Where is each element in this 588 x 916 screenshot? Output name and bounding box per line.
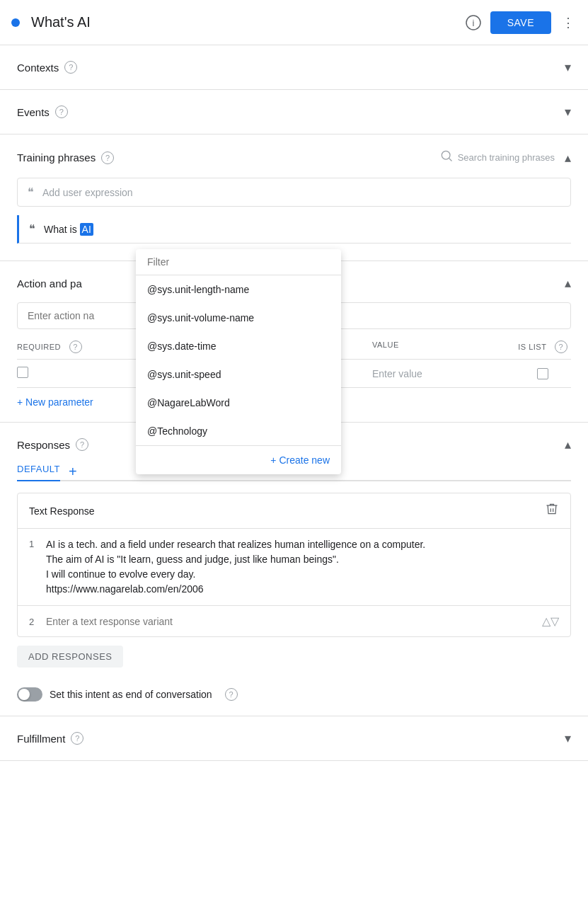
text-response-header: Text Response [18, 493, 570, 529]
response-text-1[interactable]: AI is a tech. and a field under research… [46, 537, 559, 597]
fulfillment-help-icon[interactable]: ? [71, 732, 83, 745]
search-icon[interactable] [439, 149, 454, 166]
response-number-1: 1 [29, 537, 46, 549]
contexts-section: Contexts ? ▾ [0, 45, 588, 90]
delete-icon[interactable] [545, 502, 559, 520]
svg-line-3 [449, 159, 451, 161]
islist-help-icon[interactable]: ? [555, 340, 567, 353]
contexts-section-header[interactable]: Contexts ? ▾ [0, 45, 588, 89]
add-tab-button[interactable]: + [69, 464, 77, 480]
phrase-row-container: ❝ What is AI @sys.unit-length-name @sys.… [17, 215, 571, 244]
value-col-header: VALUE [372, 340, 514, 353]
islist-col-header: IS LIST ? [514, 340, 571, 353]
contexts-title: Contexts [17, 62, 59, 74]
response-number-2: 2 [29, 615, 46, 627]
training-phrases-section: Training phrases ? Search training phras… [0, 134, 588, 261]
app-header: What's AI i SAVE ⋮ [0, 0, 588, 45]
dropdown-filter-area [136, 249, 341, 275]
training-phrases-help-icon[interactable]: ? [101, 151, 114, 164]
dropdown-item[interactable]: @sys.unit-length-name [136, 275, 341, 304]
search-placeholder-text: Search training phrases [458, 152, 555, 163]
quote-icon: ❝ [28, 185, 34, 199]
dropdown-item[interactable]: @NagareLabWord [136, 389, 341, 417]
tab-default[interactable]: DEFAULT [17, 464, 60, 481]
header-actions: i SAVE ⋮ [465, 11, 577, 34]
fulfillment-chevron-icon: ▾ [565, 731, 571, 746]
dropdown-filter-input[interactable] [147, 256, 330, 268]
phrase-text: What is AI [44, 224, 93, 235]
value-input[interactable]: Enter value [372, 368, 422, 379]
fulfillment-section-header[interactable]: Fulfillment ? ▾ [0, 716, 588, 760]
islist-checkbox[interactable] [537, 368, 548, 379]
dropdown-item[interactable]: @sys.date-time [136, 332, 341, 360]
events-section: Events ? ▾ [0, 90, 588, 134]
svg-point-2 [442, 151, 450, 159]
entity-dropdown: @sys.unit-length-name @sys.unit-volume-n… [136, 249, 341, 474]
dropdown-list: @sys.unit-length-name @sys.unit-volume-n… [136, 275, 341, 445]
add-expression-placeholder: Add user expression [42, 187, 133, 198]
search-training-area: Search training phrases ▴ [439, 149, 571, 166]
save-button[interactable]: SAVE [490, 11, 551, 34]
response-row-2: 2 △▽ [18, 606, 570, 636]
required-col-header: REQUIRED ? [17, 340, 88, 353]
events-section-header[interactable]: Events ? ▾ [0, 90, 588, 134]
contexts-chevron-icon: ▾ [565, 59, 571, 75]
end-conversation-toggle[interactable] [17, 687, 42, 702]
add-responses-button[interactable]: ADD RESPONSES [17, 646, 123, 668]
page-title: What's AI [31, 14, 465, 30]
events-title: Events [17, 106, 50, 118]
events-chevron-icon: ▾ [565, 104, 571, 120]
phrase-row[interactable]: ❝ What is AI [17, 215, 571, 244]
required-checkbox-cell [17, 367, 88, 380]
end-conversation-row: Set this intent as end of conversation ? [17, 687, 571, 702]
phrase-quote-icon: ❝ [29, 222, 35, 236]
new-parameter-button[interactable]: + New parameter [17, 396, 93, 408]
action-chevron-up-icon: ▴ [565, 275, 571, 291]
required-help-icon[interactable]: ? [69, 340, 82, 353]
end-conversation-help-icon[interactable]: ? [225, 688, 238, 701]
dropdown-item[interactable]: @sys.unit-speed [136, 360, 341, 389]
responses-title: Responses [17, 439, 70, 451]
text-response-title: Text Response [29, 505, 95, 517]
end-conversation-label: Set this intent as end of conversation [50, 689, 212, 700]
dropdown-item[interactable]: @sys.unit-volume-name [136, 304, 341, 332]
response-input-2[interactable] [46, 616, 542, 627]
responses-chevron-up-icon: ▴ [565, 437, 571, 452]
fulfillment-title: Fulfillment [17, 733, 65, 745]
training-phrases-header: Training phrases ? Search training phras… [0, 134, 588, 178]
fulfillment-section: Fulfillment ? ▾ [0, 716, 588, 761]
phrase-highlight: AI [80, 223, 93, 236]
dropdown-item[interactable]: @Technology [136, 417, 341, 445]
create-new-entity-button[interactable]: + Create new [136, 445, 341, 474]
add-expression-input[interactable]: ❝ Add user expression [17, 178, 571, 207]
response-row-1: 1 AI is a tech. and a field under resear… [18, 529, 570, 606]
response-arrows-icon: △▽ [542, 614, 559, 628]
more-vert-icon[interactable]: ⋮ [560, 14, 577, 31]
islist-cell [514, 368, 571, 379]
training-chevron-up-icon[interactable]: ▴ [565, 150, 571, 166]
events-help-icon[interactable]: ? [55, 105, 68, 118]
svg-text:i: i [472, 18, 474, 28]
training-phrases-title: Training phrases [17, 151, 96, 164]
toggle-knob [18, 689, 30, 700]
info-icon[interactable]: i [465, 14, 482, 31]
value-cell: Enter value [372, 368, 514, 379]
required-checkbox[interactable] [17, 367, 28, 378]
text-response-card: Text Response 1 AI is a tech. and a fiel… [17, 493, 571, 637]
status-dot [11, 18, 20, 27]
contexts-help-icon[interactable]: ? [64, 61, 77, 74]
training-phrases-body: ❝ Add user expression ❝ What is AI @sys.… [0, 178, 588, 261]
responses-help-icon[interactable]: ? [76, 438, 88, 451]
